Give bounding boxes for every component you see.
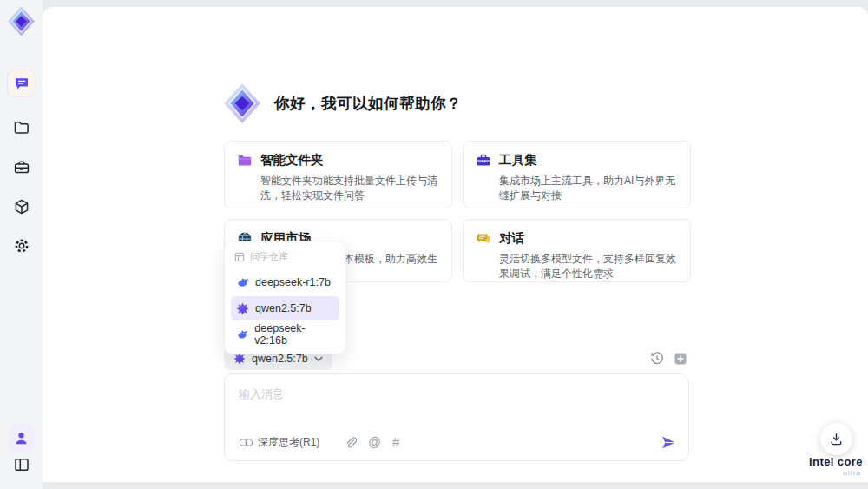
send-icon	[661, 434, 677, 451]
intel-core-badge: intel core ultra	[804, 455, 868, 477]
app-logo-icon[interactable]	[5, 5, 37, 37]
sidebar-item-collapse-panel[interactable]	[8, 451, 35, 478]
history-icon[interactable]	[649, 351, 665, 367]
download-icon	[829, 432, 844, 446]
card-desc: 灵活切换多模型文件，支持多样回复效果调试，满足个性化需求	[499, 252, 680, 281]
panel-layout-icon	[13, 456, 30, 473]
smart-folder-icon	[237, 153, 253, 169]
card-title: 工具集	[499, 152, 537, 169]
card-desc: 智能文件夹功能支持批量文件上传与清洗，轻松实现文件问答	[260, 174, 441, 203]
composer: 深度思考(R1) @ #	[224, 373, 689, 461]
briefcase-icon	[13, 159, 30, 176]
sidebar-item-folders[interactable]	[8, 114, 35, 141]
card-title: 对话	[499, 230, 524, 247]
download-button[interactable]	[820, 423, 852, 455]
greeting: 你好，我可以如何帮助你？	[220, 82, 462, 125]
sidebar	[0, 0, 43, 489]
qwen-icon	[233, 353, 246, 365]
new-chat-icon[interactable]	[673, 351, 688, 367]
repo-label: 问学仓库	[250, 250, 288, 263]
conversation-utils	[649, 351, 688, 367]
repo-icon	[234, 252, 245, 262]
card-smart-folder[interactable]: 智能文件夹 智能文件夹功能支持批量文件上传与清洗，轻松实现文件问答	[224, 141, 452, 208]
deep-think-toggle[interactable]: 深度思考(R1)	[239, 435, 319, 450]
deep-think-label: 深度思考(R1)	[258, 435, 319, 450]
dialogue-icon	[476, 231, 491, 247]
model-option-deepseek-r1[interactable]: deepseek-r1:7b	[231, 270, 339, 294]
model-selector-label: qwen2.5:7b	[252, 353, 308, 365]
folder-icon	[13, 119, 30, 136]
sidebar-item-settings[interactable]	[8, 232, 35, 259]
sidebar-item-account[interactable]	[8, 425, 35, 452]
intel-ultra-label: ultra	[804, 469, 861, 477]
composer-toolbar: 深度思考(R1) @ #	[239, 434, 677, 451]
toolkit-icon	[476, 153, 491, 169]
paperclip-icon[interactable]	[344, 436, 357, 450]
card-dialogue[interactable]: 对话 灵活切换多模型文件，支持多样回复效果调试，满足个性化需求	[463, 219, 691, 282]
model-option-deepseek-v2[interactable]: deepseek-v2:16b	[231, 322, 339, 347]
sidebar-item-models[interactable]	[8, 193, 35, 220]
cube-icon	[13, 198, 30, 215]
model-option-qwen[interactable]: qwen2.5:7b	[231, 296, 339, 320]
card-desc: 集成市场上主流工具，助力AI与外界无缝扩展与对接	[499, 174, 680, 203]
sidebar-item-toolbox[interactable]	[8, 154, 35, 181]
model-option-label: deepseek-v2:16b	[254, 322, 334, 347]
deepseek-icon	[236, 276, 249, 289]
model-option-label: deepseek-r1:7b	[255, 276, 331, 288]
assistant-gem-icon	[220, 82, 264, 125]
qwen-icon	[236, 302, 249, 315]
model-dropdown: 问学仓库 deepseek-r1:7b qwen2.5:7b deepseek-…	[224, 241, 346, 354]
deep-think-icon	[239, 437, 253, 448]
send-button[interactable]	[661, 434, 677, 451]
chevron-down-icon	[314, 356, 323, 362]
model-option-label: qwen2.5:7b	[255, 302, 312, 314]
greeting-title: 你好，我可以如何帮助你？	[274, 93, 462, 114]
gear-icon	[13, 237, 30, 254]
chat-icon	[13, 75, 30, 92]
composer-attachments: @ #	[344, 436, 399, 450]
model-dropdown-header: 问学仓库	[231, 248, 339, 268]
intel-core-label: intel core	[804, 455, 868, 468]
sidebar-item-chat[interactable]	[8, 69, 35, 96]
user-icon	[13, 430, 30, 446]
deepseek-icon	[236, 328, 248, 341]
at-mention-icon[interactable]: @	[368, 436, 381, 449]
card-toolkit[interactable]: 工具集 集成市场上主流工具，助力AI与外界无缝扩展与对接	[463, 141, 691, 208]
message-input[interactable]	[225, 374, 688, 425]
hash-tag-icon[interactable]: #	[392, 436, 399, 449]
card-title: 智能文件夹	[260, 152, 324, 169]
